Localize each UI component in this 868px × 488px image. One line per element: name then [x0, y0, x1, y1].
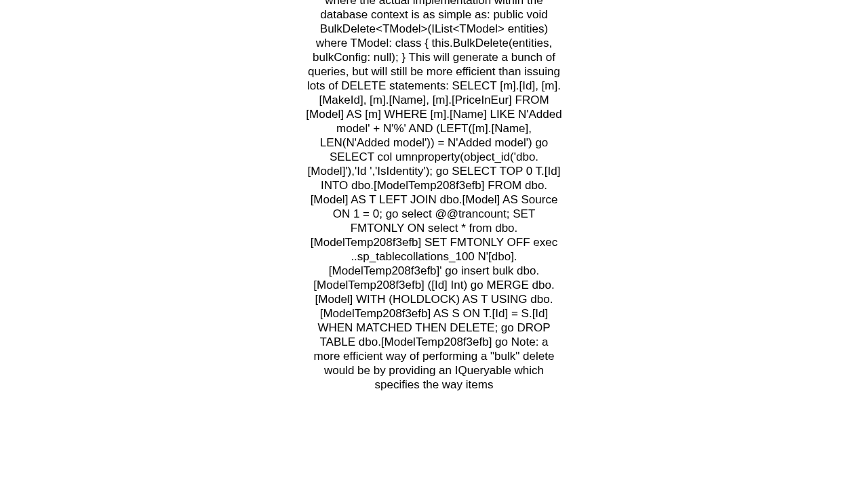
document-body: where the actual implementation within t… [305, 0, 563, 488]
